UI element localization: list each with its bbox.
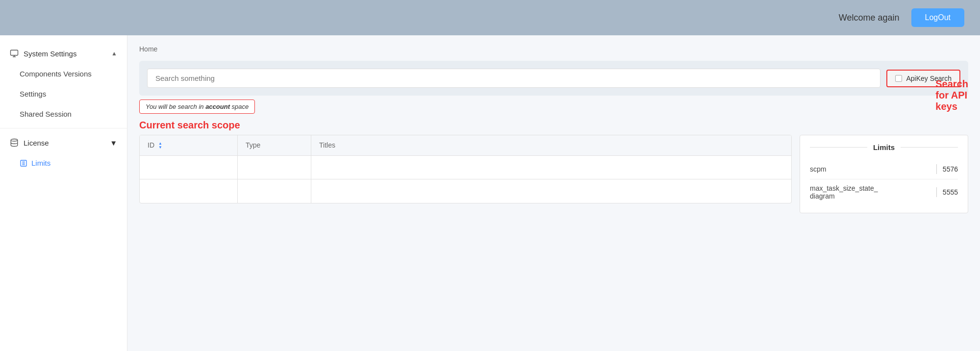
search-section-wrapper: ApiKey Search You will be search in acco… [139,61,968,131]
content-body: ID ▲▼ Type Titles [139,135,968,213]
limit-label-scpm: scpm [810,165,930,173]
main-layout: System Settings ▲ Components Versions Se… [0,35,980,351]
sidebar-divider [0,128,127,128]
sidebar: System Settings ▲ Components Versions Se… [0,35,127,351]
limit-value-scpm: 5576 [943,165,958,173]
data-table: ID ▲▼ Type Titles [139,135,792,203]
svg-rect-0 [11,50,18,55]
limits-title: Limits [873,143,895,151]
search-scope-note: You will be search in account space [139,100,255,114]
table-header-id: ID ▲▼ [140,135,238,155]
table-cell-titles [311,156,791,179]
sort-arrows-icon[interactable]: ▲▼ [158,142,162,150]
table-header-titles: Titles [311,135,791,155]
table-row [140,156,791,179]
license-section[interactable]: License ▼ [0,132,127,153]
limits-right-divider [901,147,958,148]
sidebar-item-components-versions[interactable]: Components Versions [0,64,127,84]
system-settings-label: System Settings [24,50,76,58]
limit-divider-2 [936,187,937,197]
logout-button[interactable]: LogOut [911,8,964,27]
sidebar-item-settings[interactable]: Settings [0,84,127,104]
sidebar-item-limits-label: Limits [31,159,50,167]
system-settings-section[interactable]: System Settings ▲ [0,43,127,64]
right-panel: Limits scpm 5576 max_task_size_state_ di… [792,135,968,213]
chevron-down-icon: ▼ [110,139,117,147]
sidebar-item-limits[interactable]: Limits [0,153,127,173]
database-icon [10,138,19,147]
table-cell-type [238,156,311,179]
limit-row-max-task: max_task_size_state_ diagram 5555 [810,179,958,205]
content-area: Home ApiKey Search You will be search in… [127,35,980,351]
settings-icon [10,49,19,58]
limit-value-max-task: 5555 [943,188,958,196]
table-header-type: Type [238,135,311,155]
limits-icon [20,159,27,167]
table-header-row: ID ▲▼ Type Titles [140,135,791,156]
table-cell-type [238,179,311,203]
chevron-up-icon: ▲ [111,50,117,57]
table-cell-titles [311,179,791,203]
limit-label-max-task: max_task_size_state_ diagram [810,184,930,200]
limits-left-divider [810,147,867,148]
sidebar-item-shared-session[interactable]: Shared Session [0,104,127,124]
annotation-api-keys: Search for API keys [935,78,968,112]
scope-note-container: You will be search in account space [139,100,968,116]
apikey-checkbox [895,75,902,82]
search-input[interactable] [147,69,880,88]
table-cell-id [140,179,238,203]
search-area: ApiKey Search [139,61,968,96]
breadcrumb: Home [139,45,968,53]
limits-title-row: Limits [810,143,958,151]
table-area: ID ▲▼ Type Titles [139,135,792,213]
table-cell-id [140,156,238,179]
header: Welcome again LogOut [0,0,980,35]
license-label: License [24,139,49,147]
limits-card: Limits scpm 5576 max_task_size_state_ di… [800,135,968,213]
limit-divider [936,164,937,174]
table-row [140,179,791,203]
welcome-text: Welcome again [839,13,900,23]
limit-row-scpm: scpm 5576 [810,159,958,179]
annotation-current-scope: Current search scope [139,120,968,131]
svg-point-1 [11,139,18,142]
